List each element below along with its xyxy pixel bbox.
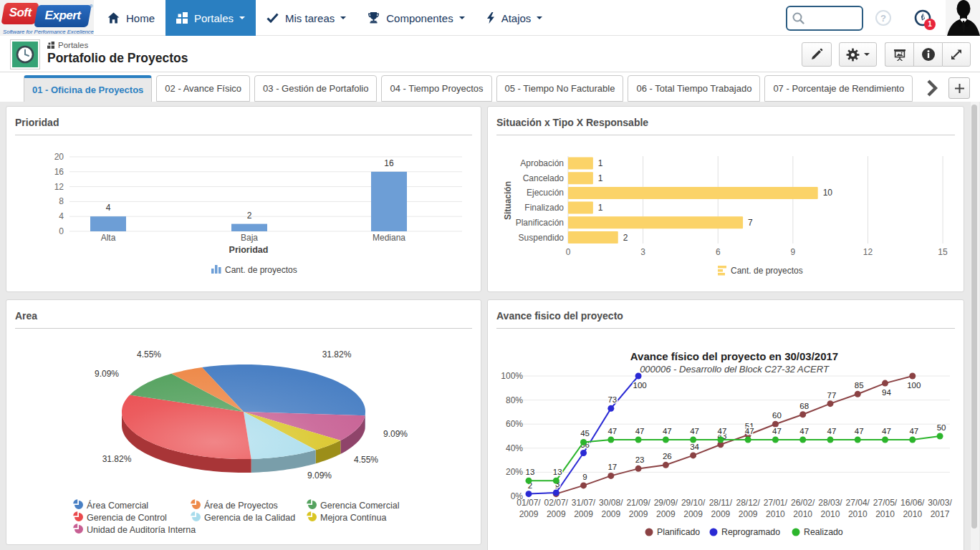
chart-legend: Cant. de proyectos [211,265,297,275]
svg-text:47: 47 [745,427,754,435]
nav-item-componentes[interactable]: Componentes [357,0,475,36]
bar-Suspendido [568,231,618,243]
bar-Finalizado [568,202,593,214]
legend-item-Gerencia de Control: Gerencia de Control [73,511,167,523]
page-actions [802,42,971,67]
panel-prioridad: Prioridad 0481216204Alta2Baja16MedianaPr… [6,106,481,292]
softexpert-logo[interactable]: Soft Expert® Software for Performance Ex… [0,0,94,36]
svg-text:9.09%: 9.09% [95,369,119,379]
tab-4[interactable]: 04 - Tiempo Proyectos [381,75,491,102]
svg-text:16: 16 [384,158,394,168]
svg-text:20%: 20% [506,467,523,477]
nav-item-home[interactable]: Home [97,0,165,36]
nav-item-mis-tareas[interactable]: Mis tareas [256,0,357,36]
presentation-icon [893,48,907,62]
svg-text:Cant. de proyectos: Cant. de proyectos [225,265,297,275]
add-tab-button[interactable] [948,77,970,99]
tab-1[interactable]: 01 - Oficina de Proyectos [24,75,152,102]
nav-item-portales[interactable]: Portales [165,0,256,36]
tabs-scroll-right-button[interactable] [922,77,942,100]
svg-text:01/07/: 01/07/ [517,498,541,508]
svg-text:Gerencia Comercial: Gerencia Comercial [320,501,399,511]
nav-item-atajos[interactable]: Atajos [476,0,554,36]
info-button[interactable] [913,42,942,67]
svg-text:47: 47 [690,427,699,435]
presentation-button[interactable] [885,42,913,67]
expand-button[interactable] [942,42,971,67]
svg-text:1: 1 [598,173,603,183]
panel-title: Situación x Tipo X Responsable [496,107,955,135]
nav-item-label: Atajos [501,12,532,24]
svg-text:Mediana: Mediana [373,233,405,243]
svg-text:Planificado: Planificado [657,527,700,537]
svg-text:0: 0 [59,226,64,236]
top-navbar: Soft Expert® Software for Performance Ex… [0,0,980,36]
svg-text:1: 1 [598,158,603,168]
svg-text:Prioridad: Prioridad [229,245,269,255]
bar-Aprobación [568,158,593,170]
edit-button[interactable] [802,42,832,67]
svg-text:Realizado: Realizado [804,527,843,537]
tab-7[interactable]: 07 - Porcentaje de Rendimiento [764,75,913,102]
plus-icon [954,83,965,94]
svg-text:21/09/: 21/09/ [626,498,650,508]
svg-text:34: 34 [690,443,699,451]
breadcrumb[interactable]: Portales [47,41,88,49]
notifications-icon[interactable]: 1 [914,9,931,26]
svg-text:13: 13 [553,468,562,476]
panel-area: Area 31.82%9.09%4.55%9.09%31.82%9.09%4.5… [6,299,481,545]
svg-text:2: 2 [247,211,252,221]
page-actions-group [885,42,971,67]
legend-item-Unidad de Auditoría Interna: Unidad de Auditoría Interna [73,524,196,535]
clock-icon [12,42,38,67]
portals-grid-icon [47,42,54,49]
svg-text:2017: 2017 [931,509,950,519]
svg-text:100%: 100% [501,371,523,381]
portal-icon-box [10,39,40,69]
user-avatar[interactable] [946,0,980,36]
svg-text:2009: 2009 [683,509,703,519]
nav-item-label: Componentes [386,12,453,24]
svg-text:50: 50 [937,423,946,432]
svg-text:2009: 2009 [629,509,648,519]
svg-text:30/08/: 30/08/ [599,498,623,508]
svg-text:47: 47 [772,427,782,435]
svg-text:7: 7 [748,218,753,228]
svg-text:45: 45 [580,429,590,438]
settings-button[interactable] [839,42,877,67]
help-icon[interactable]: ? [875,10,891,26]
svg-text:Baja: Baja [241,233,258,243]
bar-Cancelado [568,172,593,184]
legend-item-Área de Proyectos: Área de Proyectos [191,499,278,511]
panel-title: Avance fisico del proyecto [496,300,955,329]
tab-strip: 01 - Oficina de Proyectos02 - Avance Fís… [0,73,980,102]
svg-text:31.82%: 31.82% [102,454,132,464]
navbar-right-tools: ? 1 [786,0,980,36]
tab-2[interactable]: 02 - Avance Físico [156,75,250,102]
svg-text:27/01/: 27/01/ [764,498,788,508]
tab-6[interactable]: 06 - Total Tiempo Trabajado [628,75,760,102]
gear-icon [846,48,860,62]
scrollbar-thumb[interactable] [971,105,977,529]
svg-text:000006 - Desarrollo del Block: 000006 - Desarrollo del Block C27-32 ACE… [640,364,830,375]
line-chart-avance: Avance físico del proyecto en 30/03/2017… [488,300,964,550]
search-input[interactable] [807,7,862,29]
svg-text:8: 8 [59,196,64,206]
svg-text:2009: 2009 [574,509,593,519]
svg-text:15: 15 [938,247,948,257]
svg-text:9.09%: 9.09% [307,471,332,481]
tab-5[interactable]: 05 - Tiempo No Facturable [496,75,624,102]
pie-chart-area: 31.82%9.09%4.55%9.09%31.82%9.09%4.55%Áre… [6,300,481,544]
svg-text:Cancelado: Cancelado [523,173,565,183]
svg-text:2010: 2010 [793,509,812,519]
svg-text:Ejecución: Ejecución [527,188,564,198]
svg-text:12: 12 [54,182,64,192]
scrollbar-track[interactable] [971,102,979,550]
svg-text:2009: 2009 [739,509,758,519]
home-icon [107,12,120,24]
registered-mark: ® [89,4,93,9]
tab-3[interactable]: 03 - Gestión de Portafolio [254,75,377,102]
legend-item-Gerencia Comercial: Gerencia Comercial [307,499,399,511]
svg-text:2010: 2010 [766,509,785,519]
svg-text:29/09/: 29/09/ [654,498,678,508]
